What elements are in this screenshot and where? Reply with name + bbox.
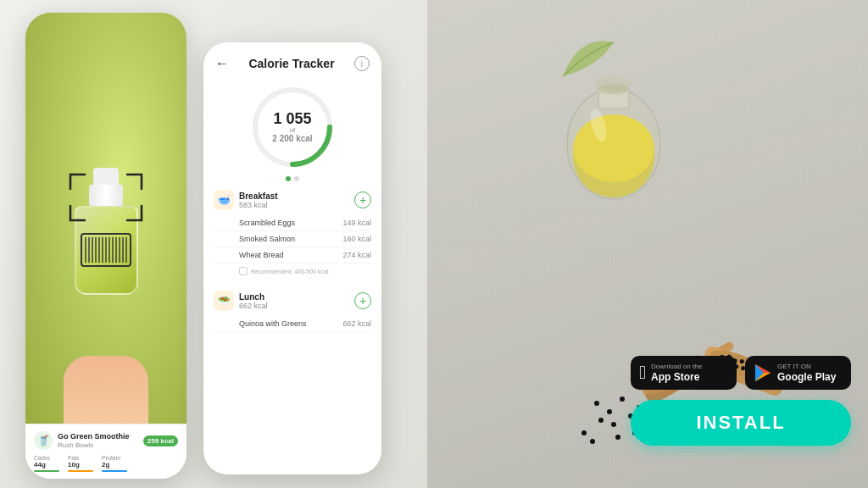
fats-label: Fats [68,455,93,461]
store-buttons:  Download on the App Store GE [631,356,851,390]
nutrition-fats: Fats 10g [68,455,93,472]
back-button[interactable]: ← [215,56,229,71]
svg-point-24 [594,401,599,406]
hand [64,356,148,424]
product-icon: 🥤 [34,431,53,450]
breakfast-icon: 🥣 [214,190,234,210]
protein-value: 2g [102,461,127,469]
food-wheat-bread: Wheat Bread 274 kcal [214,247,371,263]
apple-icon:  [639,363,646,382]
google-play-sub: GET IT ON [777,363,836,371]
dot-1 [286,176,291,181]
svg-point-35 [615,435,620,440]
app-store-name: App Store [651,371,702,383]
carbs-bar [34,470,59,472]
background: 🥤 Go Green Smoothie Rush Bowls 259 kcal … [0,0,868,488]
calorie-ring-container: 1 055 of 2 200 kcal [203,78,381,173]
nutrition-row: Carbs 44g Fats 10g Protein 2g [34,455,178,472]
recommended-text: Recommended: 400-500 kcal [214,263,371,279]
play-icon [754,363,772,382]
lunch-add-button[interactable]: + [354,292,371,309]
smoothie-background [25,13,186,424]
carbs-label: Carbs [34,455,59,461]
app-store-button[interactable]:  Download on the App Store [631,356,737,390]
carbs-value: 44g [34,461,59,469]
scanner-screen [25,13,186,424]
food-quinoa: Quinoa with Greens 662 kcal [214,316,371,332]
svg-point-25 [607,409,612,414]
meals-section: 🥣 Breakfast 583 kcal + Scrambled Eggs 14… [203,185,381,474]
lunch-kcal: 662 kcal [239,302,268,310]
product-name: Go Green Smoothie [58,432,143,441]
tracker-title: Calorie Tracker [248,57,334,70]
svg-point-26 [620,396,625,402]
svg-point-6 [573,114,654,182]
meal-lunch: 🥗 Lunch 662 kcal + Quinoa with Greens 66… [214,286,371,332]
svg-point-33 [581,430,587,435]
cta-section:  Download on the App Store GE [631,356,851,446]
phone-left: 🥤 Go Green Smoothie Rush Bowls 259 kcal … [25,13,186,479]
protein-label: Protein [102,455,127,461]
info-button[interactable]: i [354,56,370,71]
leaf-decoration [546,25,631,93]
scan-overlay [64,168,148,227]
breakfast-add-button[interactable]: + [354,191,371,208]
google-play-name: Google Play [777,371,836,383]
food-scrambled-eggs: Scrambled Eggs 149 kcal [214,215,371,231]
lunch-icon: 🥗 [214,291,234,311]
ring-total: 2 200 kcal [272,134,312,143]
ring-of-label: of [290,126,296,134]
protein-bar [102,470,127,472]
ring-dots [203,173,381,185]
breakfast-header: 🥣 Breakfast 583 kcal + [214,185,371,215]
fats-bar [68,470,93,472]
tracker-header: ← Calorie Tracker i [203,42,381,78]
calorie-badge: 259 kcal [143,435,178,446]
app-store-sub: Download on the [651,363,702,371]
lunch-header: 🥗 Lunch 662 kcal + [214,286,371,316]
product-brand: Rush Bowls [58,441,143,449]
meal-breakfast: 🥣 Breakfast 583 kcal + Scrambled Eggs 14… [214,185,371,279]
calorie-ring: 1 055 of 2 200 kcal [250,85,335,169]
lunch-name: Lunch [239,292,268,302]
svg-point-27 [611,422,616,427]
svg-point-34 [590,439,595,444]
breakfast-name: Breakfast [239,191,278,201]
rec-checkbox [239,267,248,275]
ring-center: 1 055 of 2 200 kcal [250,85,335,169]
barcode [81,233,131,267]
fats-value: 10g [68,461,93,469]
nutrition-protein: Protein 2g [102,455,127,472]
breakfast-kcal: 583 kcal [239,201,278,209]
product-card: 🥤 Go Green Smoothie Rush Bowls 259 kcal … [25,424,186,479]
phone-right: ← Calorie Tracker i 1 055 of 2 200 kcal [203,42,381,474]
dot-2 [294,176,299,181]
svg-point-28 [598,418,604,423]
ring-calories: 1 055 [273,111,311,126]
nutrition-carbs: Carbs 44g [34,455,59,472]
install-button[interactable]: INSTALL [631,400,851,446]
food-smoked-salmon: Smoked Salmon 160 kcal [214,231,371,247]
google-play-button[interactable]: GET IT ON Google Play [745,356,851,390]
